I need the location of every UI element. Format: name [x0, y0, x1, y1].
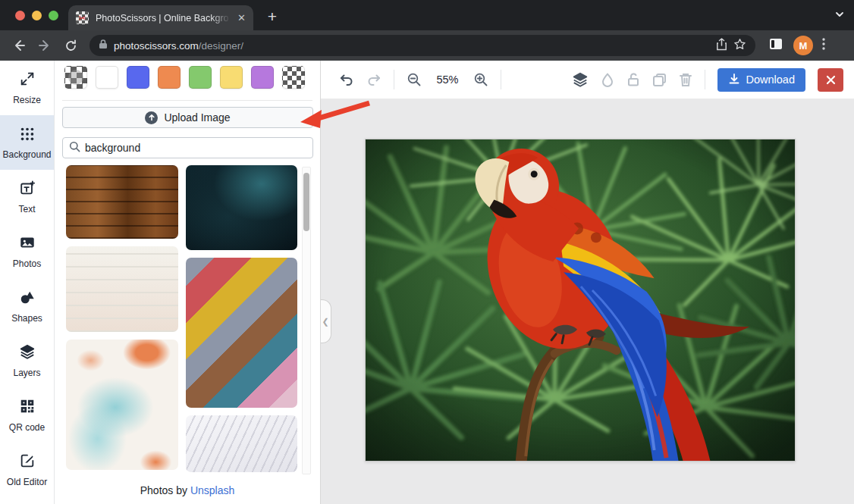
swatch-yellow[interactable]	[220, 66, 243, 89]
url-domain: photoscissors.com	[114, 40, 199, 52]
background-search[interactable]	[62, 137, 313, 158]
reload-button[interactable]	[59, 34, 82, 57]
sidebar-item-layers[interactable]: Layers	[0, 333, 54, 388]
sidebar-item-label: Layers	[13, 368, 40, 378]
thumbnail-watercolor-splashes[interactable]	[66, 340, 178, 470]
tool-sidebar: Resize Background Text Photos	[0, 61, 55, 504]
upload-arrow-icon	[145, 111, 158, 124]
browser-tab[interactable]: ✂ PhotoScissors | Online Backgro ✕	[68, 5, 253, 30]
macos-traffic-lights	[15, 11, 58, 20]
canvas-image-parrot[interactable]	[366, 139, 795, 461]
download-button[interactable]: Download	[717, 68, 806, 92]
resize-icon	[19, 70, 36, 90]
search-icon	[69, 141, 80, 155]
search-input[interactable]	[85, 142, 306, 154]
sidebar-item-label: Photos	[13, 258, 41, 269]
close-project-button[interactable]	[818, 68, 843, 92]
canvas-toolbar: 55%	[321, 61, 854, 99]
sidebar-item-label: QR code	[9, 422, 45, 433]
sidebar-item-old-editor[interactable]: Old Editor	[0, 443, 54, 497]
swatch-purple[interactable]	[251, 66, 274, 89]
delete-trash-icon[interactable]	[679, 72, 692, 87]
scrollbar-thumb[interactable]	[303, 173, 309, 231]
zoom-in-icon[interactable]	[473, 72, 488, 87]
unsplash-link[interactable]: Unsplash	[190, 484, 234, 496]
sidebar-item-qr-code[interactable]: QR code	[0, 388, 54, 443]
thumbnail-colorful-diagonal-wood-stripes[interactable]	[186, 258, 297, 408]
browser-menu-icon[interactable]	[822, 38, 825, 53]
shapes-icon	[19, 289, 36, 308]
swatch-green[interactable]	[189, 66, 212, 89]
zoom-out-icon[interactable]	[407, 72, 422, 87]
background-icon	[19, 125, 36, 145]
photoscissors-favicon: ✂	[76, 11, 89, 24]
unlock-icon[interactable]	[626, 72, 640, 87]
panel-collapse-handle[interactable]: ❮	[321, 299, 331, 343]
photoscissors-app: Resize Background Text Photos	[0, 61, 854, 504]
editor-main: 55%	[321, 61, 854, 504]
sidebar-item-photos[interactable]: Photos	[0, 224, 54, 279]
side-panel-icon[interactable]	[769, 38, 783, 53]
qr-code-icon	[19, 398, 36, 418]
attribution-text: Photos by	[140, 484, 187, 496]
layers-tool-icon[interactable]	[572, 71, 589, 88]
back-button[interactable]	[8, 34, 30, 57]
lock-icon	[99, 39, 108, 52]
sidebar-item-label: Text	[18, 204, 35, 214]
new-tab-button[interactable]: +	[262, 6, 283, 27]
tab-search-chevron-icon[interactable]	[834, 9, 845, 23]
download-label: Download	[746, 74, 796, 86]
tab-title: PhotoScissors | Online Backgro	[96, 13, 231, 23]
thumbnail-dark-teal-smoke[interactable]	[186, 165, 297, 250]
forward-button[interactable]	[33, 34, 56, 57]
sidebar-item-text[interactable]: Text	[0, 170, 54, 224]
sidebar-item-resize[interactable]: Resize	[0, 61, 54, 115]
close-window-button[interactable]	[15, 11, 25, 20]
canvas-area[interactable]: ❮	[321, 99, 854, 504]
swatch-orange[interactable]	[158, 66, 181, 89]
sidebar-item-label: Old Editor	[7, 477, 47, 487]
thumbnail-dark-wood-planks[interactable]	[66, 165, 178, 239]
swatch-blue[interactable]	[127, 66, 149, 89]
undo-icon[interactable]	[339, 72, 354, 87]
tab-strip: ✂ PhotoScissors | Online Backgro ✕ +	[0, 0, 854, 30]
swatch-transparent[interactable]	[64, 66, 87, 89]
swatch-white[interactable]	[96, 66, 118, 89]
panel-scrollbar[interactable]	[302, 167, 311, 474]
background-panel: Upload Image	[55, 61, 321, 504]
background-thumbnails	[55, 158, 320, 472]
browser-window: ✂ PhotoScissors | Online Backgro ✕ + pho…	[0, 0, 854, 504]
redo-icon[interactable]	[366, 72, 381, 87]
blur-drop-icon[interactable]	[601, 72, 614, 87]
fullscreen-window-button[interactable]	[49, 11, 58, 20]
minimize-window-button[interactable]	[32, 11, 42, 20]
canvas-stage	[365, 139, 796, 462]
old-editor-icon	[19, 452, 36, 472]
sidebar-item-label: Background	[2, 149, 51, 160]
thumbnail-white-brick-wall[interactable]	[66, 246, 178, 332]
sidebar-item-shapes[interactable]: Shapes	[0, 279, 54, 333]
panel-divider	[62, 100, 312, 101]
color-swatch-row	[55, 61, 320, 89]
share-icon[interactable]	[716, 38, 727, 54]
photos-icon	[19, 234, 36, 254]
thumbnail-white-3d-waves[interactable]	[186, 415, 297, 472]
zoom-level: 55%	[434, 74, 461, 86]
download-icon	[728, 73, 740, 87]
duplicate-icon[interactable]	[652, 73, 667, 87]
text-icon	[19, 180, 36, 199]
upload-image-button[interactable]: Upload Image	[62, 107, 313, 128]
close-tab-icon[interactable]: ✕	[237, 12, 246, 23]
address-bar[interactable]: photoscissors.com/designer/	[89, 35, 755, 56]
photos-attribution: Photos by Unsplash	[55, 484, 320, 496]
page-url: photoscissors.com/designer/	[114, 40, 243, 52]
browser-toolbar: photoscissors.com/designer/ M	[0, 30, 854, 61]
url-path: /designer/	[199, 40, 243, 52]
swatch-pattern[interactable]	[282, 66, 305, 89]
sidebar-item-label: Shapes	[11, 313, 42, 324]
sidebar-item-background[interactable]: Background	[0, 115, 54, 170]
profile-avatar[interactable]: M	[793, 36, 813, 55]
layers-icon	[19, 343, 36, 363]
bookmark-star-icon[interactable]	[733, 38, 746, 54]
sidebar-item-label: Resize	[13, 95, 41, 105]
